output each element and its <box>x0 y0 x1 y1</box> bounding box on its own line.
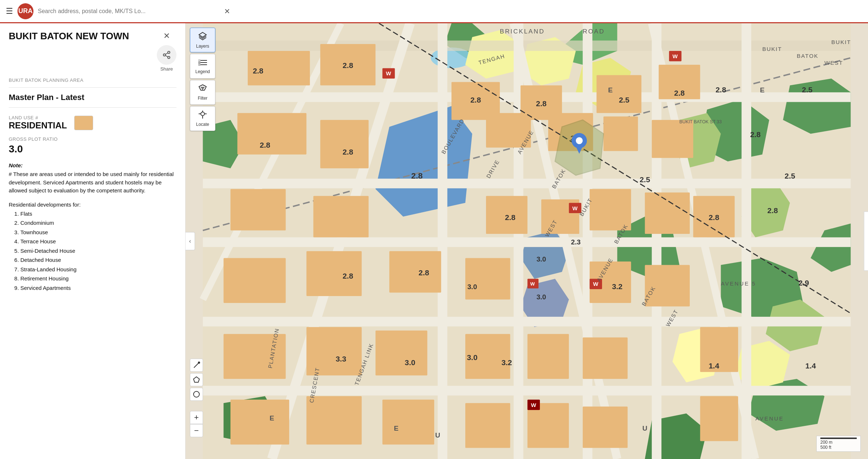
svg-text:2.8: 2.8 <box>343 272 353 280</box>
draw-line-button[interactable] <box>190 359 203 372</box>
svg-rect-30 <box>203 40 851 51</box>
top-bar: ☰ URA ✕ <box>0 0 868 23</box>
locate-icon <box>199 111 207 121</box>
svg-line-4 <box>166 53 168 55</box>
section-heading: Master Plan - Latest <box>9 87 176 108</box>
list-item: Retirement Housing <box>20 275 176 283</box>
svg-rect-62 <box>645 192 690 234</box>
svg-point-165 <box>576 137 583 144</box>
svg-rect-55 <box>604 116 638 151</box>
draw-circle-button[interactable] <box>190 388 203 401</box>
svg-text:2.8: 2.8 <box>343 61 353 69</box>
svg-text:W: W <box>531 402 536 408</box>
note-text: # These are areas used or intended to be… <box>9 170 176 195</box>
svg-text:BATOK: BATOK <box>797 53 819 59</box>
svg-text:2.8: 2.8 <box>536 99 546 108</box>
svg-rect-51 <box>237 113 306 155</box>
zoom-in-button[interactable]: + <box>190 411 203 424</box>
filter-label: Filter <box>198 96 208 101</box>
filter-icon <box>199 84 207 95</box>
layers-label: Layers <box>196 44 209 49</box>
svg-text:2.3: 2.3 <box>571 238 581 246</box>
svg-text:ROAD: ROAD <box>583 28 605 35</box>
main-layout: BUKIT BATOK NEW TOWN ✕ Share BUKIT BATOK <box>0 23 868 459</box>
svg-rect-75 <box>583 338 628 379</box>
svg-text:W: W <box>386 70 391 76</box>
svg-rect-74 <box>527 334 569 379</box>
list-item: Terrace House <box>20 238 176 246</box>
scale-500ft: 500 ft <box>820 445 857 450</box>
land-use-label: LAND USE # <box>9 115 67 120</box>
search-close-icon[interactable]: ✕ <box>224 7 230 16</box>
note-section: Note: # These are areas used or intended… <box>9 162 176 195</box>
share-button[interactable] <box>157 45 176 65</box>
panel-close-icon[interactable]: ✕ <box>163 31 170 41</box>
svg-text:E: E <box>270 414 274 422</box>
svg-rect-67 <box>465 258 510 300</box>
svg-rect-173 <box>198 61 200 64</box>
zoom-out-button[interactable]: − <box>190 424 203 437</box>
legend-button[interactable]: Legend <box>190 54 215 79</box>
svg-text:1.4: 1.4 <box>709 362 719 370</box>
svg-text:2.8: 2.8 <box>716 85 726 94</box>
filter-button[interactable]: Filter <box>190 80 215 105</box>
list-item: Townhouse <box>20 228 176 237</box>
svg-text:2.8: 2.8 <box>505 213 515 221</box>
list-item: Semi-Detached House <box>20 247 176 255</box>
svg-text:W: W <box>673 53 678 59</box>
note-label: Note: <box>9 162 23 168</box>
hamburger-icon[interactable]: ☰ <box>6 7 13 16</box>
layers-icon <box>198 32 207 43</box>
draw-tools <box>190 359 203 401</box>
locate-label: Locate <box>196 122 209 127</box>
svg-text:2.8: 2.8 <box>260 141 270 149</box>
gpr-value: 3.0 <box>9 143 176 155</box>
svg-text:U: U <box>642 424 648 432</box>
svg-text:3.3: 3.3 <box>336 355 346 363</box>
svg-text:BRICKLAND: BRICKLAND <box>500 28 545 35</box>
svg-text:BUKIT: BUKIT <box>831 39 851 45</box>
svg-text:2.8: 2.8 <box>709 213 719 221</box>
svg-text:3.0: 3.0 <box>537 293 546 301</box>
scale-200m: 200 m <box>820 440 857 445</box>
logo: URA <box>17 3 33 19</box>
search-input[interactable] <box>38 8 220 15</box>
panel-title: BUKIT BATOK NEW TOWN <box>9 31 129 42</box>
scale-line-200m <box>820 438 857 439</box>
gpr-label: GROSS PLOT RATIO <box>9 136 176 142</box>
collapse-panel-button[interactable]: ‹ <box>186 232 195 250</box>
svg-rect-82 <box>583 407 628 448</box>
collapse-icon: ‹ <box>189 238 191 244</box>
svg-text:2.5: 2.5 <box>802 85 812 94</box>
map-svg: W W W W W W 2.8 2.8 2.8 2.8 2.5 2.8 2.8 … <box>186 23 868 459</box>
svg-text:E: E <box>394 424 399 432</box>
svg-rect-52 <box>320 120 369 168</box>
panel-subtitle: BUKIT BATOK PLANNING AREA <box>9 77 176 83</box>
svg-rect-49 <box>597 75 641 113</box>
res-dev-label: Residential developments for: <box>9 201 176 208</box>
draw-polygon-button[interactable] <box>190 373 203 386</box>
svg-point-1 <box>163 54 166 56</box>
logo-text: URA <box>19 7 33 15</box>
share-label: Share <box>160 66 173 72</box>
svg-text:2.5: 2.5 <box>785 172 795 180</box>
svg-text:3.0: 3.0 <box>467 353 477 362</box>
land-use-swatch <box>74 116 93 130</box>
svg-rect-35 <box>203 386 851 396</box>
svg-rect-58 <box>313 196 369 238</box>
svg-text:2.5: 2.5 <box>640 175 650 184</box>
left-panel: BUKIT BATOK NEW TOWN ✕ Share BUKIT BATOK <box>0 23 186 459</box>
svg-rect-33 <box>203 238 851 247</box>
svg-rect-77 <box>231 400 289 444</box>
svg-text:BUKIT: BUKIT <box>762 46 782 52</box>
locate-button[interactable]: Locate <box>190 106 215 131</box>
svg-text:3.0: 3.0 <box>405 358 415 367</box>
land-use-value: RESIDENTIAL <box>9 120 67 131</box>
svg-text:W: W <box>530 281 535 287</box>
map-area[interactable]: W W W W W W 2.8 2.8 2.8 2.8 2.5 2.8 2.8 … <box>186 23 868 459</box>
svg-rect-174 <box>198 64 200 66</box>
layers-button[interactable]: Layers <box>190 28 215 52</box>
help-improve-button[interactable]: 🙂 Help us improve <box>864 211 868 271</box>
share-section: Share <box>157 45 176 72</box>
map-toolbar: Layers Legend <box>190 28 215 131</box>
